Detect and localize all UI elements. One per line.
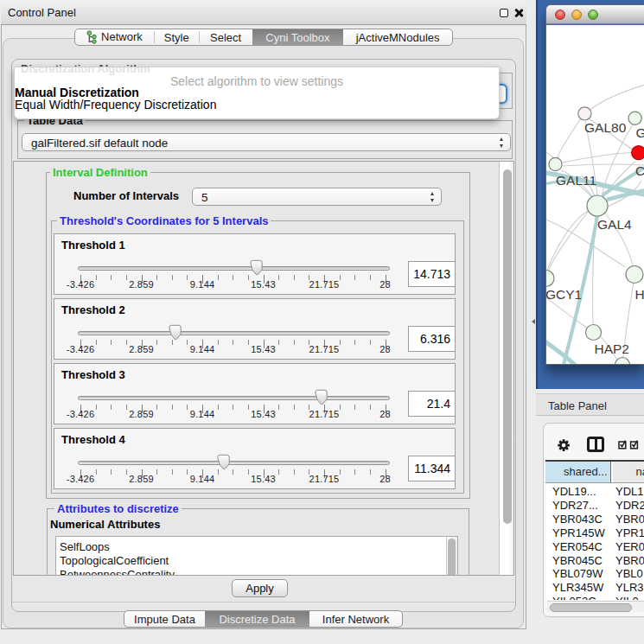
svg-text:GAL4: GAL4 (597, 217, 632, 232)
svg-text:GA: GA (636, 125, 644, 140)
svg-text:H: H (635, 287, 644, 302)
svg-text:GCY1: GCY1 (546, 287, 582, 302)
svg-text:C: C (635, 163, 644, 178)
svg-text:GAL11: GAL11 (556, 173, 596, 188)
svg-text:GAL80: GAL80 (584, 120, 627, 135)
svg-text:HAP2: HAP2 (595, 341, 630, 356)
